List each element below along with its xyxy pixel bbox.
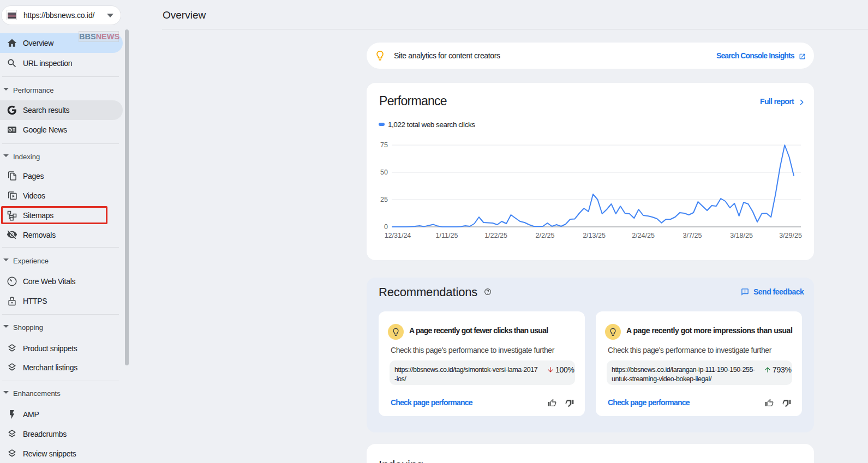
svg-text:25: 25 (380, 196, 388, 203)
svg-text:1/11/25: 1/11/25 (436, 232, 458, 239)
svg-text:75: 75 (380, 141, 388, 149)
svg-text:3/18/25: 3/18/25 (730, 232, 753, 239)
svg-text:2/13/25: 2/13/25 (583, 232, 606, 239)
svg-text:50: 50 (380, 169, 388, 176)
svg-text:2/2/25: 2/2/25 (536, 232, 555, 239)
svg-text:1/22/25: 1/22/25 (484, 232, 507, 239)
svg-text:3/29/25: 3/29/25 (779, 232, 802, 239)
svg-text:0: 0 (384, 223, 388, 231)
svg-text:3/7/25: 3/7/25 (683, 232, 702, 239)
svg-text:2/24/25: 2/24/25 (632, 232, 655, 239)
svg-text:12/31/24: 12/31/24 (385, 232, 411, 239)
